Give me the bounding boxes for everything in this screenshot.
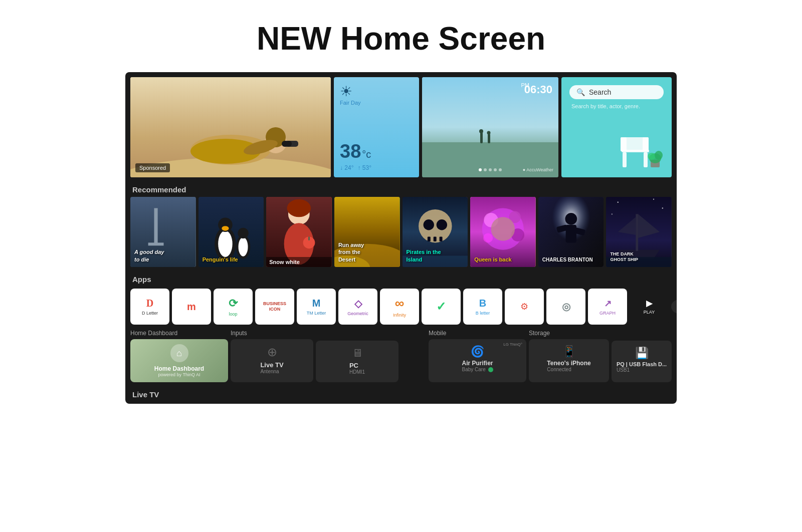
weather-day: Fair Day — [340, 100, 413, 106]
app-inf-label: Infinity — [393, 313, 406, 318]
rec-title-2: Penguin's life — [203, 256, 260, 263]
usb-icon: 💾 — [635, 347, 649, 360]
rec-card-7[interactable]: CHARLES BRANTON — [538, 197, 604, 267]
pc-title: PC — [349, 362, 365, 369]
rec-card-3[interactable]: Snow white — [266, 197, 332, 267]
app-graph-label: GRAPH — [599, 311, 616, 316]
search-tile[interactable]: 🔍 Search Search by title, actor, genre. — [561, 77, 672, 177]
page-title: NEW Home Screen — [0, 0, 802, 72]
tv-frame: Sponsored ☀ Fair Day 38 °c ↓ 24° ↑ 53° — [125, 72, 677, 404]
usb-title: PQ | USB Flash D... — [617, 361, 667, 367]
sponsored-badge: Sponsored — [135, 163, 170, 172]
app-biz-icon[interactable]: BUSINESSICON — [255, 289, 294, 325]
hero-row: Sponsored ☀ Fair Day 38 °c ↓ 24° ↑ 53° — [130, 77, 672, 177]
app-cc[interactable]: ◎ — [546, 289, 585, 325]
rec-card-2[interactable]: Penguin's life — [198, 197, 264, 267]
weather-temp: 38 — [340, 141, 361, 162]
home-dashboard-subtitle: powered by ThinQ AI — [154, 372, 204, 377]
rec-title-4: Run awayfrom theDesert — [338, 241, 396, 263]
rec-title-5: Pirates in theIsland — [407, 248, 464, 263]
rec-card-4[interactable]: Run awayfrom theDesert — [334, 197, 400, 267]
app-geometric[interactable]: ◇ Geometric — [338, 289, 377, 325]
weather-icon: ☀ — [340, 83, 413, 100]
rec-card-5[interactable]: Pirates in theIsland — [403, 197, 468, 267]
weather-unit: °c — [362, 149, 371, 160]
apps-section: Apps D D Letter m ⟳ loop BUSINESSICON M … — [130, 270, 672, 327]
live-tv-icon: ⊕ — [267, 345, 277, 359]
recommended-row: A good dayto die — [130, 197, 672, 267]
search-bar[interactable]: 🔍 Search — [569, 85, 664, 99]
app-d-letter-label: D Letter — [142, 311, 158, 316]
snow-white-label: Snow white — [266, 257, 332, 267]
apps-label: Apps — [130, 270, 672, 287]
app-dots[interactable]: ⚙ — [505, 289, 544, 325]
weather-high: ↑ 53° — [357, 164, 371, 171]
app-infinity[interactable]: ∞ Infinity — [380, 289, 419, 325]
home-dashboard-icon: ⌂ — [170, 344, 188, 362]
app-tm-letter[interactable]: M TM Letter — [297, 289, 336, 325]
app-graph[interactable]: ↗ GRAPH — [588, 289, 627, 325]
app-play-label: PLAY — [644, 310, 655, 315]
svg-point-8 — [286, 141, 292, 147]
rec-card-8[interactable]: THE DARKGHOST SHIP — [606, 197, 672, 267]
app-loop-label: loop — [229, 312, 237, 317]
rec-title-8: THE DARKGHOST SHIP — [610, 251, 668, 263]
live-tv-subtitle: Antenna — [260, 369, 283, 374]
air-purifier-card[interactable]: LG ThinQ° 🌀 Air Purifier Baby Care — [429, 339, 526, 382]
live-tv-section-label: Live TV — [130, 386, 672, 399]
app-b-label: B letter — [476, 311, 490, 316]
iphone-card[interactable]: 📱 Teneo's iPhone Connected — [529, 339, 609, 382]
home-dashboard-card[interactable]: ⌂ Home Dashboard powered by ThinQ AI — [130, 339, 228, 382]
app-more-button[interactable]: ❯ — [671, 300, 677, 314]
app-tm-label: TM Letter — [307, 311, 326, 316]
storage-label: Storage — [529, 330, 609, 337]
recommended-label: Recommended — [130, 180, 672, 197]
svg-rect-12 — [480, 132, 483, 143]
air-purifier-title: Air Purifier — [462, 360, 493, 367]
home-dashboard-section: Home Dashboard ⌂ Home Dashboard powered … — [130, 330, 672, 382]
search-label: Search — [589, 88, 611, 96]
svg-rect-14 — [488, 134, 490, 143]
app-loop[interactable]: ⟳ loop — [214, 289, 253, 325]
usb-card[interactable]: 💾 PQ | USB Flash D... USB1 — [612, 341, 672, 382]
rec-card-1[interactable]: A good dayto die — [130, 197, 196, 267]
air-purifier-icon: 🌀 — [471, 345, 484, 358]
app-play[interactable]: ▶ PLAY — [630, 289, 669, 325]
svg-point-25 — [655, 151, 663, 160]
pc-card[interactable]: 🖥 PC HDMI1 — [316, 341, 398, 382]
more-icon: ❯ — [676, 303, 677, 311]
thinq-badge: LG ThinQ° — [503, 342, 522, 347]
svg-rect-17 — [623, 152, 627, 167]
rec-title-1: A good dayto die — [134, 248, 192, 263]
svg-rect-42 — [309, 237, 310, 240]
svg-point-24 — [648, 153, 656, 160]
live-tv-title: Live TV — [260, 361, 283, 369]
tile-time: 06:30 — [524, 83, 552, 96]
svg-rect-18 — [644, 152, 648, 167]
rec-title-6: Queen is back — [474, 256, 532, 263]
app-m-letter[interactable]: m — [172, 289, 211, 325]
rec-title-7: CHARLES BRANTON — [542, 256, 600, 263]
svg-point-15 — [487, 131, 491, 135]
pc-icon: 🖥 — [352, 347, 363, 360]
svg-point-13 — [479, 129, 483, 133]
iphone-icon: 📱 — [562, 345, 576, 358]
air-purifier-subtitle: Baby Care — [462, 367, 485, 372]
app-b-letter[interactable]: B B letter — [463, 289, 502, 325]
search-icon: 🔍 — [576, 88, 585, 96]
usb-subtitle: USB1 — [617, 367, 667, 373]
live-tv-card[interactable]: ⊕ Live TV Antenna — [231, 339, 313, 382]
app-geo-label: Geometric — [347, 311, 368, 316]
hero-main-tile[interactable]: Sponsored — [130, 77, 331, 177]
inputs-label: Inputs — [231, 330, 313, 337]
weather-tile[interactable]: ☀ Fair Day 38 °c ↓ 24° ↑ 53° — [334, 77, 419, 177]
rec-card-6[interactable]: Queen is back — [470, 197, 536, 267]
search-decor — [607, 122, 672, 177]
green-status-dot — [488, 367, 493, 372]
svg-rect-21 — [621, 137, 649, 151]
home-dashboard-title: Home Dashboard — [154, 365, 204, 372]
app-d-letter[interactable]: D D Letter — [130, 289, 169, 325]
landscape-tile[interactable]: PM 06:30 ● AccuWeather — [422, 77, 558, 177]
mobile-label: Mobile — [429, 330, 526, 337]
app-v[interactable]: ✓ — [422, 289, 461, 325]
